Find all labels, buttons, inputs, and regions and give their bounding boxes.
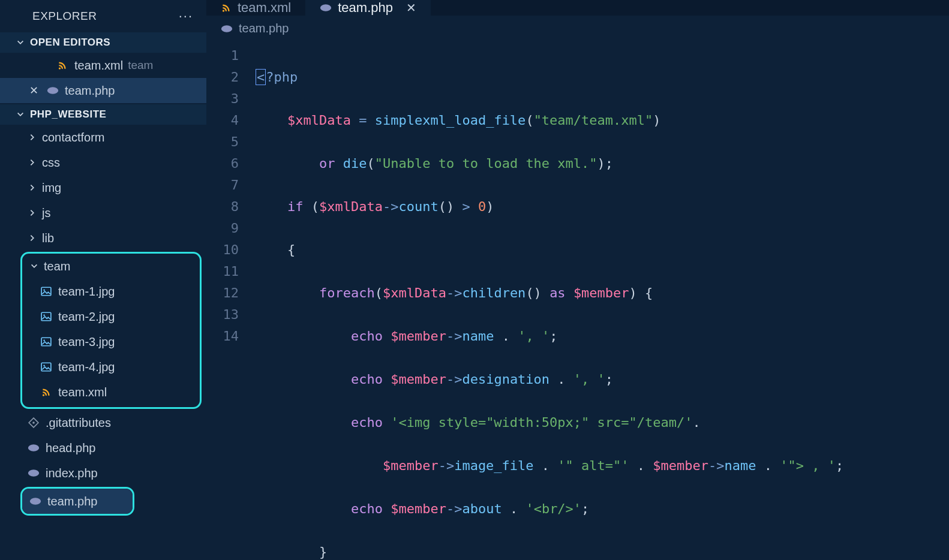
- folder-name: contactform: [42, 131, 104, 144]
- folder-item[interactable]: js: [0, 200, 206, 225]
- image-icon: [39, 336, 53, 347]
- svg-rect-6: [41, 338, 51, 346]
- svg-point-7: [43, 339, 45, 341]
- explorer-sidebar: EXPLORER ··· OPEN EDITORS team.xml team …: [0, 0, 206, 560]
- image-icon: [39, 362, 53, 372]
- svg-point-12: [28, 469, 39, 477]
- open-editor-name: team.php: [65, 84, 115, 98]
- svg-rect-8: [41, 363, 51, 371]
- rss-icon: [221, 2, 232, 13]
- php-icon: [26, 469, 41, 477]
- folder-name: lib: [42, 231, 54, 245]
- svg-point-15: [221, 25, 232, 32]
- open-editors-label: OPEN EDITORS: [30, 37, 110, 49]
- folder-name: css: [42, 156, 60, 170]
- php-icon: [26, 444, 41, 452]
- more-icon[interactable]: ···: [179, 8, 193, 24]
- file-item[interactable]: index.php: [0, 460, 206, 486]
- file-item[interactable]: team.php: [22, 489, 133, 514]
- open-editor-item[interactable]: team.xml team: [0, 53, 206, 78]
- open-editors-header[interactable]: OPEN EDITORS: [0, 32, 206, 53]
- file-item[interactable]: head.php: [0, 435, 206, 460]
- file-item[interactable]: team-3.jpg: [22, 329, 200, 354]
- chevron-right-icon: [28, 158, 37, 167]
- tab-team-xml[interactable]: team.xml: [206, 0, 305, 16]
- file-item[interactable]: team.xml: [22, 380, 200, 405]
- folder-item[interactable]: contactform: [0, 125, 206, 150]
- php-icon: [46, 86, 60, 95]
- folder-name: js: [42, 206, 50, 220]
- svg-point-14: [320, 4, 331, 11]
- folder-item[interactable]: team: [22, 254, 200, 279]
- line-gutter: 1234567 891011121314: [206, 41, 250, 560]
- tab-label: team.xml: [238, 0, 291, 16]
- svg-point-0: [47, 87, 58, 94]
- chevron-right-icon: [28, 183, 37, 192]
- image-icon: [39, 311, 53, 322]
- svg-point-5: [43, 314, 45, 316]
- project-label: PHP_WEBSITE: [30, 109, 106, 121]
- open-editor-suffix: team: [128, 59, 153, 72]
- rss-icon: [39, 387, 53, 398]
- code-content[interactable]: <?php $xmlData = simplexml_load_file("te…: [250, 41, 949, 560]
- svg-point-10: [32, 421, 35, 424]
- highlighted-folder-group: team team-1.jpg team-2.jpg team-3.jpg te…: [20, 252, 202, 409]
- file-name: .gitattributes: [46, 416, 111, 430]
- svg-point-11: [28, 444, 39, 451]
- chevron-right-icon: [28, 233, 37, 243]
- editor-area: team.xml team.php ✕ team.php 1234567 891…: [206, 0, 949, 560]
- close-icon[interactable]: ✕: [406, 1, 416, 15]
- image-icon: [39, 286, 53, 297]
- tab-label: team.php: [338, 0, 393, 16]
- svg-point-9: [43, 365, 45, 366]
- folder-item[interactable]: img: [0, 175, 206, 200]
- file-name: team.xml: [58, 386, 107, 399]
- folder-name: team: [44, 260, 70, 273]
- folder-item[interactable]: lib: [0, 225, 206, 251]
- highlighted-file-group: team.php: [20, 487, 134, 516]
- svg-point-3: [43, 289, 45, 291]
- code-editor[interactable]: 1234567 891011121314 <?php $xmlData = si…: [206, 41, 949, 560]
- file-name: team-1.jpg: [58, 285, 115, 299]
- file-item[interactable]: .gitattributes: [0, 410, 206, 435]
- chevron-down-icon: [29, 261, 39, 271]
- file-name: index.php: [46, 466, 98, 480]
- close-icon[interactable]: ✕: [28, 84, 40, 97]
- file-name: team-4.jpg: [58, 360, 115, 374]
- breadcrumb[interactable]: team.php: [206, 16, 949, 41]
- open-editor-name: team.xml: [74, 59, 123, 73]
- breadcrumb-label: team.php: [239, 22, 289, 35]
- svg-rect-2: [41, 287, 51, 296]
- chevron-right-icon: [28, 208, 37, 218]
- chevron-down-icon: [16, 38, 25, 47]
- rss-icon: [55, 60, 70, 71]
- svg-point-13: [30, 498, 41, 505]
- git-icon: [26, 417, 41, 428]
- php-icon: [221, 25, 233, 33]
- explorer-title: EXPLORER: [32, 10, 97, 23]
- file-name: head.php: [46, 441, 95, 455]
- folder-name: img: [42, 181, 61, 195]
- open-editor-item[interactable]: ✕ team.php: [0, 78, 206, 103]
- svg-point-1: [49, 89, 52, 92]
- svg-rect-4: [41, 312, 51, 321]
- file-name: team-2.jpg: [58, 310, 115, 324]
- file-name: team-3.jpg: [58, 335, 115, 349]
- php-icon: [320, 4, 332, 12]
- file-item[interactable]: team-1.jpg: [22, 279, 200, 304]
- php-icon: [28, 497, 43, 505]
- tab-bar: team.xml team.php ✕: [206, 0, 949, 16]
- tab-team-php[interactable]: team.php ✕: [305, 0, 431, 16]
- folder-item[interactable]: css: [0, 150, 206, 175]
- file-name: team.php: [47, 495, 97, 508]
- file-item[interactable]: team-4.jpg: [22, 354, 200, 380]
- file-item[interactable]: team-2.jpg: [22, 304, 200, 329]
- chevron-down-icon: [16, 110, 25, 119]
- explorer-header: EXPLORER ···: [0, 0, 206, 32]
- project-header[interactable]: PHP_WEBSITE: [0, 104, 206, 125]
- chevron-right-icon: [28, 133, 37, 142]
